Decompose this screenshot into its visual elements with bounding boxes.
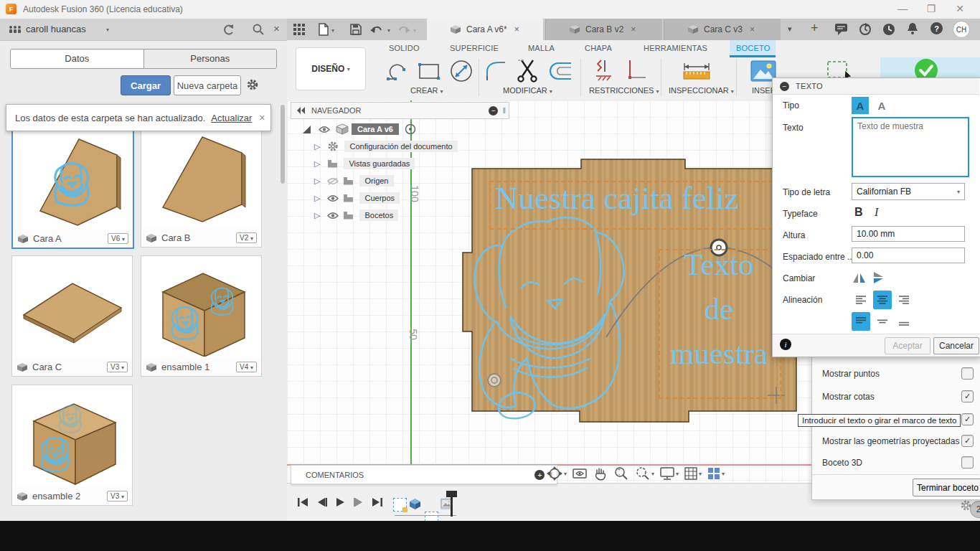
tree-item-configuracion[interactable]: ▷ Configuración del documento xyxy=(314,141,458,152)
line-arc-tool-icon[interactable] xyxy=(386,60,413,85)
file-card-cara-b[interactable]: Cara B V2 ▾ xyxy=(141,126,262,248)
activate-target-icon[interactable] xyxy=(405,123,416,135)
expander-icon[interactable]: ▷ xyxy=(314,142,320,151)
trim-scissors-icon[interactable] xyxy=(517,59,540,83)
version-dropdown[interactable]: V4 ▾ xyxy=(236,362,257,372)
zoom-window-caret[interactable]: ▾ xyxy=(651,471,654,477)
info-icon[interactable]: i xyxy=(780,339,791,350)
file-menu-icon[interactable] xyxy=(319,23,329,36)
text-input[interactable] xyxy=(852,117,969,177)
ribbon-tab-chapa[interactable]: CHAPA xyxy=(585,44,612,52)
measure-tool-icon[interactable] xyxy=(682,62,712,82)
close-button[interactable]: ✕ xyxy=(949,1,971,17)
fillet-tool-icon[interactable] xyxy=(485,60,509,83)
rectangle-tool-icon[interactable] xyxy=(418,62,442,82)
comments-bar[interactable]: COMENTARIOS + ‖ xyxy=(291,465,557,484)
tree-item-label[interactable]: Bocetos xyxy=(359,209,398,221)
tree-item-label[interactable]: Cuerpos xyxy=(359,192,400,204)
panel-settings-gear-icon[interactable] xyxy=(246,78,259,91)
tab-close-icon[interactable]: × xyxy=(514,24,519,34)
timeline-skip-start-icon[interactable] xyxy=(297,496,308,508)
tab-datos[interactable]: Datos xyxy=(11,50,143,68)
fix-constraint-icon[interactable] xyxy=(594,59,616,83)
cancel-button[interactable]: Cancelar xyxy=(933,337,979,354)
redo-icon[interactable] xyxy=(397,24,410,34)
ribbon-tab-superficie[interactable]: SUPERFICIE xyxy=(450,44,499,52)
job-status-icon[interactable] xyxy=(859,23,872,36)
avatar[interactable]: CH xyxy=(953,21,970,38)
boceto-3d-checkbox[interactable] xyxy=(961,456,974,468)
notification-close-icon[interactable]: × xyxy=(259,112,265,123)
dialog-header[interactable]: − TEXTO xyxy=(773,78,979,95)
visibility-eye-icon[interactable] xyxy=(327,212,339,220)
doc-tab-cara-c[interactable]: Cara C v3 × xyxy=(664,19,781,40)
visibility-eye-icon[interactable] xyxy=(319,126,330,133)
search-icon[interactable] xyxy=(253,24,264,35)
ribbon-tab-herramientas[interactable]: HERRAMIENTAS xyxy=(644,44,707,52)
tree-item-vistas[interactable]: ▷ Vistas guardadas xyxy=(314,158,415,169)
font-select[interactable]: Californian FB ▾ xyxy=(852,183,965,200)
collapse-icon[interactable] xyxy=(297,107,306,114)
hidden-row-checkbox[interactable]: ✓ xyxy=(961,413,974,425)
version-dropdown[interactable]: V6 ▾ xyxy=(108,233,128,244)
navigator-header[interactable]: NAVEGADOR − ‖ xyxy=(291,102,509,119)
timeline-play-icon[interactable] xyxy=(334,496,346,508)
save-icon[interactable] xyxy=(350,24,362,35)
pan-hand-icon[interactable] xyxy=(594,467,607,481)
tree-item-cuerpos[interactable]: ▷ Cuerpos xyxy=(314,192,400,204)
display-settings-icon[interactable] xyxy=(660,467,674,480)
align-center-button[interactable] xyxy=(873,291,892,309)
viewports-icon[interactable] xyxy=(707,467,720,480)
current-user[interactable]: caroll huancas xyxy=(26,24,86,34)
panel-close-icon[interactable]: × xyxy=(273,22,280,34)
timeline-skip-end-icon[interactable] xyxy=(372,496,383,508)
viewports-caret[interactable]: ▾ xyxy=(722,471,725,477)
minimize-button[interactable]: — xyxy=(892,1,913,17)
tab-close-icon[interactable]: × xyxy=(631,24,636,34)
expander-icon[interactable]: ▷ xyxy=(314,176,320,186)
sketch-text-title[interactable]: Nuestra cajita feliz xyxy=(495,179,739,217)
circle-tool-icon[interactable] xyxy=(449,59,473,83)
align-bottom-button[interactable] xyxy=(895,312,913,331)
tab-personas[interactable]: Personas xyxy=(143,50,277,68)
design-workspace-dropdown[interactable]: DISEÑO ▾ xyxy=(296,47,366,90)
expander-icon[interactable]: ▷ xyxy=(314,211,320,220)
zoom-window-icon[interactable] xyxy=(636,466,650,481)
text-type-straight-button[interactable]: A xyxy=(852,97,869,114)
file-card-cara-a[interactable]: Cara A V6 ▾ xyxy=(11,126,134,249)
navigator-grip[interactable]: ‖ xyxy=(502,106,506,115)
version-dropdown[interactable]: V3 ▾ xyxy=(107,491,128,501)
notifications-bell-icon[interactable] xyxy=(907,22,918,35)
tree-item-bocetos[interactable]: ▷ Bocetos xyxy=(314,209,398,221)
align-middle-button[interactable] xyxy=(873,312,892,331)
tree-item-origen[interactable]: ▷ Origen xyxy=(314,175,394,187)
tab-close-icon[interactable]: × xyxy=(750,24,755,34)
tree-root-cara-a[interactable]: Cara A v6 xyxy=(301,123,416,135)
group-modificar[interactable]: MODIFICAR ▾ xyxy=(503,86,552,95)
file-menu-caret[interactable]: ▾ xyxy=(331,27,334,34)
visibility-eye-icon[interactable] xyxy=(327,194,339,202)
flip-vertical-icon[interactable] xyxy=(873,272,886,283)
tree-item-label[interactable]: Vistas guardadas xyxy=(344,158,415,169)
zoom-icon[interactable]: +- xyxy=(614,466,628,481)
flip-horizontal-icon[interactable] xyxy=(853,272,866,283)
sketch-point-handle[interactable] xyxy=(488,374,501,387)
version-dropdown[interactable]: V2 ▾ xyxy=(236,232,257,243)
grid-caret[interactable]: ▾ xyxy=(699,471,702,477)
tab-list-caret[interactable]: ▾ xyxy=(788,24,792,34)
grid-settings-icon[interactable] xyxy=(684,467,697,480)
help-icon[interactable]: ? xyxy=(930,22,943,34)
file-card-ensamble-1[interactable]: ensamble 1 V4 ▾ xyxy=(141,255,262,377)
file-card-ensamble-2[interactable]: ensamble 2 V3 ▾ xyxy=(11,385,133,506)
doc-tab-cara-b[interactable]: Cara B v2 × xyxy=(545,19,662,40)
geometrias-proyectadas-checkbox[interactable]: ✓ xyxy=(961,435,974,447)
timeline-step-forward-icon[interactable] xyxy=(353,496,364,508)
height-input[interactable] xyxy=(852,226,965,242)
tree-item-label[interactable]: Origen xyxy=(359,175,393,187)
doc-tab-cara-a[interactable]: Cara A v6* × xyxy=(427,19,543,40)
refresh-icon[interactable] xyxy=(222,24,235,36)
upload-button[interactable]: Cargar xyxy=(121,75,171,95)
panel-scrollbar[interactable] xyxy=(281,105,285,184)
visibility-off-eye-icon[interactable] xyxy=(327,177,339,185)
mostrar-puntos-checkbox[interactable] xyxy=(961,367,974,380)
